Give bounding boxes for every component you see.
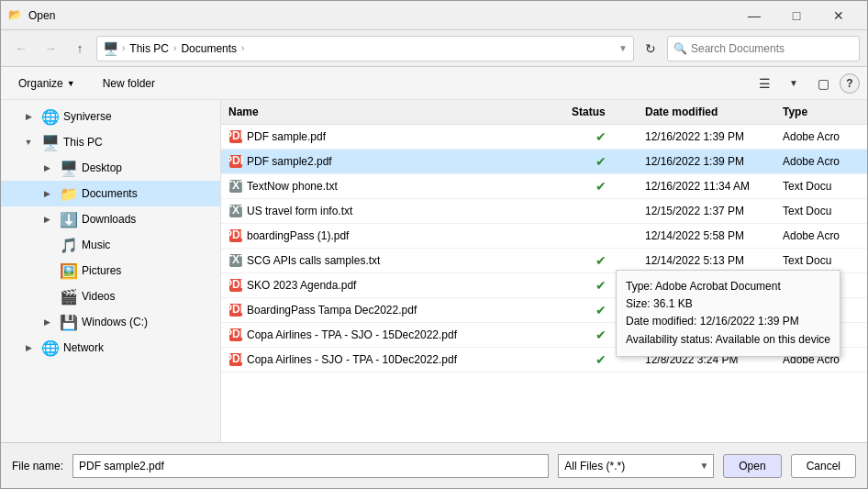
organize-button[interactable]: Organize ▼ (8, 72, 85, 95)
address-bar[interactable]: 🖥️ › This PC › Documents › ▼ (96, 36, 634, 61)
sidebar-item-pictures[interactable]: 🖼️ Pictures (1, 258, 220, 283)
file-name-cell: PDFSKO 2023 Agenda.pdf (221, 273, 564, 298)
expand-syniverse-icon[interactable]: ▶ (19, 107, 38, 126)
new-folder-button[interactable]: New folder (93, 72, 165, 95)
sidebar-item-syniverse[interactable]: ▶ 🌐 Syniverse (1, 104, 220, 129)
file-date-cell: 12/14/2022 5:58 PM (638, 224, 775, 249)
table-row[interactable]: PDFPDF sample.pdf ✔ 12/16/2022 1:39 PM A… (221, 125, 867, 150)
status-icon: ✔ (595, 179, 606, 194)
help-button[interactable]: ? (840, 73, 860, 94)
address-path: › This PC › Documents › (122, 40, 613, 57)
col-header-status[interactable]: Status (564, 100, 638, 125)
help-icon: ? (846, 77, 852, 90)
file-name-cell: PDFCopa Airlines - TPA - SJO - 15Dec2022… (221, 323, 564, 348)
close-button[interactable]: ✕ (818, 1, 860, 30)
sidebar-item-downloads[interactable]: ▶ ⬇️ Downloads (1, 206, 220, 232)
status-icon: ✔ (595, 328, 606, 342)
file-type-cell: Adobe Acro (775, 348, 867, 372)
status-icon: ✔ (595, 303, 606, 317)
file-status-cell: ✔ (564, 249, 638, 273)
expand-desktop-icon[interactable]: ▶ (38, 159, 56, 177)
open-button[interactable]: Open (723, 454, 781, 478)
path-part-documents[interactable]: Documents (178, 40, 239, 57)
this-pc-icon: 🖥️ (41, 133, 60, 151)
table-row[interactable]: TXTUS travel form info.txt 12/15/2022 1:… (221, 199, 867, 224)
list-view-button[interactable]: ☰ (751, 71, 777, 96)
filetype-select[interactable]: All Files (*.*) (558, 454, 714, 478)
search-input[interactable] (691, 42, 853, 55)
maximize-button[interactable]: □ (775, 1, 818, 30)
cancel-button[interactable]: Cancel (791, 454, 856, 478)
svg-text:PDF: PDF (228, 228, 243, 241)
toolbar-right: ☰ ▼ ▢ ? (751, 71, 860, 96)
filename-input[interactable] (72, 454, 549, 478)
sidebar-item-network[interactable]: ▶ 🌐 Network (1, 335, 220, 361)
file-name: Copa Airlines - SJO - TPA - 10Dec2022.pd… (247, 353, 457, 366)
documents-icon: 📁 (60, 184, 78, 203)
expand-documents-icon[interactable]: ▶ (38, 184, 56, 203)
sidebar-item-documents[interactable]: ▶ 📁 Documents (1, 181, 220, 206)
desktop-icon: 🖥️ (60, 159, 78, 177)
syniverse-icon: 🌐 (41, 107, 60, 126)
file-name: Copa Airlines - TPA - SJO - 15Dec2022.pd… (247, 328, 457, 341)
up-button[interactable]: ↑ (67, 36, 93, 61)
sidebar-label-this-pc: This PC (63, 136, 213, 149)
col-header-date[interactable]: Date modified (638, 100, 775, 125)
expand-downloads-icon[interactable]: ▶ (38, 210, 56, 228)
sidebar-item-desktop[interactable]: ▶ 🖥️ Desktop (1, 155, 220, 181)
sidebar-item-music[interactable]: 🎵 Music (1, 232, 220, 258)
svg-text:PDF: PDF (228, 154, 243, 167)
expand-windows-icon[interactable]: ▶ (38, 313, 56, 331)
file-status-cell: ✔ (564, 348, 638, 372)
file-status-cell: ✔ (564, 323, 638, 348)
file-date-cell: 12/16/2022 1:39 PM (638, 125, 775, 150)
col-header-name[interactable]: Name (221, 100, 564, 125)
forward-button[interactable]: → (38, 36, 63, 61)
refresh-button[interactable]: ↻ (638, 36, 663, 61)
back-button[interactable]: ← (8, 36, 34, 61)
path-part-this-pc[interactable]: This PC (127, 40, 172, 57)
svg-text:TXT: TXT (228, 253, 243, 266)
search-bar[interactable]: 🔍 (667, 36, 860, 61)
file-status-cell: ✔ (564, 298, 638, 323)
expand-thispc-icon[interactable]: ▼ (19, 133, 38, 151)
file-type-cell: Adobe Acro (775, 125, 867, 150)
nav-bar: ← → ↑ 🖥️ › This PC › Documents › ▼ ↻ 🔍 (1, 30, 867, 67)
sidebar-label-documents: Documents (82, 187, 213, 200)
col-header-type[interactable]: Type (775, 100, 867, 125)
file-name-cell: PDFBoardingPass Tampa Dec2022.pdf (221, 298, 564, 323)
file-name: US travel form info.txt (247, 205, 352, 217)
file-date-cell: 12/8/2022 3:33 PM (638, 323, 775, 348)
table-row[interactable]: TXTTextNow phone.txt ✔ 12/16/2022 11:34 … (221, 174, 867, 199)
sidebar-item-windows-c[interactable]: ▶ 💾 Windows (C:) (1, 309, 220, 335)
sidebar-item-videos[interactable]: 🎬 Videos (1, 283, 220, 309)
sidebar-item-this-pc[interactable]: ▼ 🖥️ This PC (1, 129, 220, 155)
table-row[interactable]: PDFSKO 2023 Agenda.pdf ✔ 12/9/2022 12:44… (221, 273, 867, 298)
file-status-cell: ✔ (564, 150, 638, 174)
table-row[interactable]: PDFPDF sample2.pdf ✔ 12/16/2022 1:39 PM … (221, 150, 867, 174)
sidebar-label-music: Music (82, 239, 213, 251)
table-row[interactable]: PDFCopa Airlines - SJO - TPA - 10Dec2022… (221, 348, 867, 372)
svg-text:PDF: PDF (228, 303, 243, 316)
table-row[interactable]: PDFBoardingPass Tampa Dec2022.pdf ✔ 12/9… (221, 298, 867, 323)
minimize-button[interactable]: ― (733, 1, 775, 30)
address-dropdown-chevron[interactable]: ▼ (618, 43, 628, 53)
sidebar-label-downloads: Downloads (82, 213, 213, 226)
file-status-cell: ✔ (564, 273, 638, 298)
file-name-cell: PDFCopa Airlines - SJO - TPA - 10Dec2022… (221, 348, 564, 372)
table-row[interactable]: PDFCopa Airlines - TPA - SJO - 15Dec2022… (221, 323, 867, 348)
organize-chevron-icon: ▼ (67, 79, 75, 88)
file-name: BoardingPass Tampa Dec2022.pdf (247, 304, 417, 317)
sidebar-label-network: Network (63, 341, 213, 354)
sidebar-label-syniverse: Syniverse (63, 110, 213, 123)
table-row[interactable]: PDFboardingPass (1).pdf 12/14/2022 5:58 … (221, 224, 867, 249)
file-name: TextNow phone.txt (247, 180, 338, 193)
dialog-title: Open (28, 9, 733, 22)
details-view-button[interactable]: ▼ (781, 71, 807, 96)
expand-network-icon[interactable]: ▶ (19, 339, 38, 357)
dialog-icon: 📂 (8, 8, 23, 23)
main-area: ▶ 🌐 Syniverse ▼ 🖥️ This PC ▶ 🖥️ Desktop … (1, 100, 867, 442)
bottom-bar: File name: All Files (*.*) ▼ Open Cancel (1, 442, 867, 488)
table-row[interactable]: TXTSCG APIs calls samples.txt ✔ 12/14/20… (221, 249, 867, 273)
preview-pane-button[interactable]: ▢ (810, 71, 836, 96)
